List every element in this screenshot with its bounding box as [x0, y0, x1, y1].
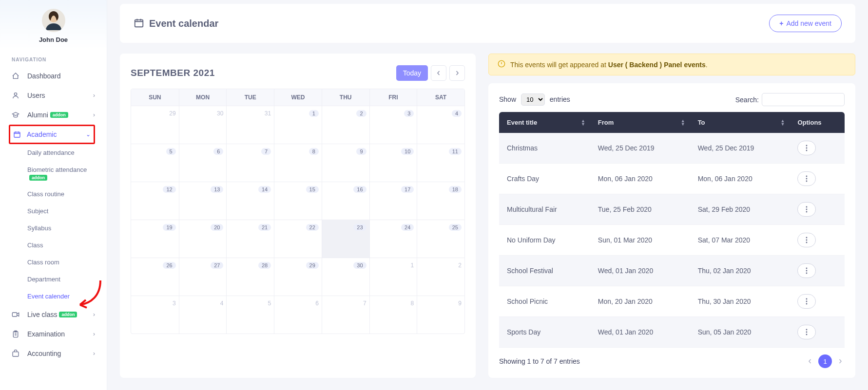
- sidebar-sub-syllabus[interactable]: Syllabus: [27, 220, 107, 237]
- sidebar-item-academic[interactable]: Academic⌄: [9, 125, 95, 144]
- calendar-day-cell[interactable]: 4: [179, 296, 227, 334]
- calendar-day-cell[interactable]: 29: [274, 258, 322, 296]
- calendar-dow: SAT: [417, 89, 464, 106]
- calendar-prev-button[interactable]: [431, 65, 446, 81]
- clipboard-icon: [12, 330, 20, 338]
- calendar-day-number: 22: [306, 224, 319, 231]
- calendar-day-cell[interactable]: 19: [131, 220, 179, 258]
- calendar-day-cell[interactable]: 7: [322, 296, 369, 334]
- row-options-button[interactable]: [797, 233, 816, 247]
- sidebar-item-label: Dashboard: [27, 72, 61, 80]
- calendar-day-number: 1: [309, 110, 319, 117]
- calendar-day-cell[interactable]: 30: [322, 258, 369, 296]
- calendar-day-cell[interactable]: 11: [417, 144, 464, 182]
- calendar-day-cell[interactable]: 5: [226, 296, 274, 334]
- calendar-day-cell[interactable]: 8: [274, 144, 322, 182]
- sidebar-item-examination[interactable]: Examination›: [0, 324, 107, 344]
- calendar-day-cell[interactable]: 14: [226, 182, 274, 220]
- svg-point-10: [806, 150, 808, 151]
- sidebar-sub-class[interactable]: Class: [27, 237, 107, 254]
- calendar-day-cell[interactable]: 6: [274, 296, 322, 334]
- add-new-event-button[interactable]: + Add new event: [769, 15, 842, 32]
- calendar-day-cell[interactable]: 12: [131, 182, 179, 220]
- calendar-icon: [13, 130, 22, 138]
- calendar-day-cell[interactable]: 1: [369, 258, 417, 296]
- avatar[interactable]: [42, 9, 65, 32]
- calendar-day-cell[interactable]: 27: [179, 258, 227, 296]
- calendar-day-cell[interactable]: 18: [417, 182, 464, 220]
- calendar-day-cell[interactable]: 4: [417, 106, 464, 144]
- sidebar-sub-class-room[interactable]: Class room: [27, 254, 107, 271]
- calendar-day-cell[interactable]: 17: [369, 182, 417, 220]
- sidebar-item-users[interactable]: Users›: [0, 86, 107, 105]
- calendar-day-cell[interactable]: 30: [179, 106, 227, 144]
- calendar-day-cell[interactable]: 3: [131, 296, 179, 334]
- table-header-to[interactable]: To▲▼: [690, 112, 790, 133]
- row-options-button[interactable]: [797, 171, 816, 186]
- table-header-event-title[interactable]: Event title▲▼: [499, 112, 590, 133]
- calendar-next-button[interactable]: [449, 65, 465, 81]
- calendar-day-cell[interactable]: 20: [179, 220, 227, 258]
- calendar-day-cell[interactable]: 26: [131, 258, 179, 296]
- calendar-day-cell[interactable]: 22: [274, 220, 322, 258]
- calendar-day-number: 11: [449, 148, 462, 155]
- sidebar-item-alumni[interactable]: Alumniaddon›: [0, 105, 107, 125]
- row-options-button[interactable]: [797, 202, 816, 217]
- sidebar-sub-label: Class: [27, 241, 43, 249]
- search-input[interactable]: [762, 93, 845, 106]
- calendar-day-cell[interactable]: 16: [322, 182, 369, 220]
- calendar-day-cell[interactable]: 23: [322, 220, 369, 258]
- calendar-day-cell[interactable]: 31: [226, 106, 274, 144]
- table-length-select[interactable]: 10: [521, 93, 545, 106]
- sidebar-sub-daily-attendance[interactable]: Daily attendance: [27, 144, 107, 161]
- calendar-day-cell[interactable]: 2: [322, 106, 369, 144]
- cell-from: Tue, 25 Feb 2020: [590, 194, 690, 225]
- sidebar-sub-subject[interactable]: Subject: [27, 203, 107, 220]
- calendar-day-cell[interactable]: 2: [417, 258, 464, 296]
- row-options-button[interactable]: [797, 263, 816, 278]
- calendar-day-cell[interactable]: 29: [131, 106, 179, 144]
- pager-prev-button[interactable]: [806, 356, 814, 367]
- calendar-day-cell[interactable]: 25: [417, 220, 464, 258]
- svg-point-1: [14, 93, 17, 95]
- cell-from: Wed, 25 Dec 2019: [590, 133, 690, 164]
- calendar-day-cell[interactable]: 7: [226, 144, 274, 182]
- pager-next-button[interactable]: [836, 356, 845, 367]
- calendar-day-cell[interactable]: 1: [274, 106, 322, 144]
- calendar-day-cell[interactable]: 6: [179, 144, 227, 182]
- calendar-icon: [134, 18, 144, 30]
- sidebar-sub-biometric-attendance[interactable]: Biometric attendanceaddon: [27, 161, 107, 186]
- calendar-day-cell[interactable]: 21: [226, 220, 274, 258]
- sidebar-sub-department[interactable]: Department: [27, 271, 107, 288]
- sidebar-item-accounting[interactable]: Accounting›: [0, 344, 107, 363]
- cell-to: Sat, 07 Mar 2020: [690, 225, 790, 256]
- calendar-day-number: 9: [356, 148, 366, 155]
- table-header-options[interactable]: Options: [790, 112, 845, 133]
- svg-point-20: [806, 268, 808, 269]
- calendar-day-cell[interactable]: 15: [274, 182, 322, 220]
- sidebar-sub-class-routine[interactable]: Class routine: [27, 186, 107, 203]
- calendar-day-cell[interactable]: 10: [369, 144, 417, 182]
- calendar-day-cell[interactable]: 28: [226, 258, 274, 296]
- calendar-day-number: 7: [261, 148, 271, 155]
- calendar-day-number: 28: [258, 262, 271, 269]
- sidebar-item-label: Examination: [27, 330, 65, 338]
- calendar-day-cell[interactable]: 13: [179, 182, 227, 220]
- sidebar-item-live-class[interactable]: Live classaddon›: [0, 305, 107, 324]
- row-options-button[interactable]: [797, 294, 816, 309]
- calendar-day-cell[interactable]: 9: [322, 144, 369, 182]
- calendar-today-button[interactable]: Today: [396, 65, 428, 81]
- calendar-day-cell[interactable]: 3: [369, 106, 417, 144]
- calendar-day-cell[interactable]: 24: [369, 220, 417, 258]
- calendar-day-cell[interactable]: 5: [131, 144, 179, 182]
- calendar-day-cell[interactable]: 8: [369, 296, 417, 334]
- row-options-button[interactable]: [797, 141, 816, 155]
- sidebar-item-dashboard[interactable]: Dashboard: [0, 66, 107, 86]
- row-options-button[interactable]: [797, 325, 816, 339]
- calendar-day-cell[interactable]: 9: [417, 296, 464, 334]
- calendar-card: SEPTEMBER 2021 Today SUNMONTUEWEDTHUFRIS…: [120, 54, 476, 378]
- sidebar-sub-event-calender[interactable]: Event calender: [27, 288, 107, 305]
- table-row: No Uniform DaySun, 01 Mar 2020Sat, 07 Ma…: [499, 225, 845, 256]
- pager-page-1[interactable]: 1: [818, 354, 832, 368]
- table-header-from[interactable]: From▲▼: [590, 112, 690, 133]
